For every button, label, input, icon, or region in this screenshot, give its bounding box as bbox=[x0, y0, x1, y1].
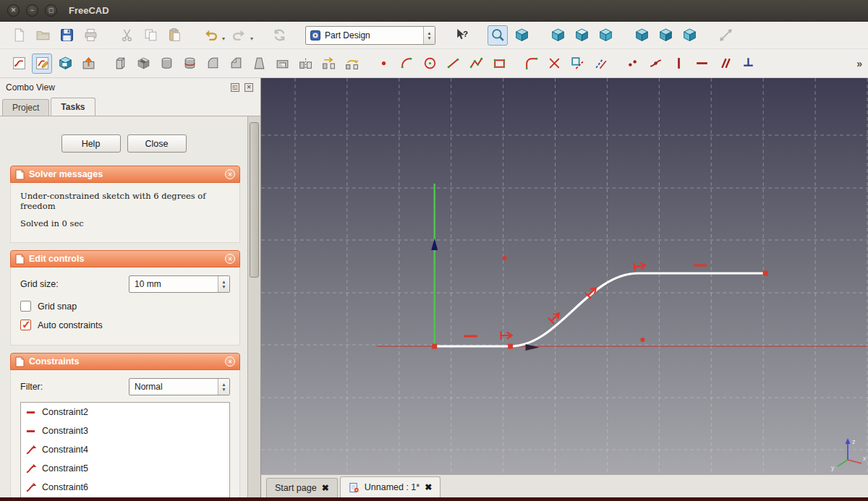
measure-distance-button[interactable] bbox=[715, 25, 736, 46]
create-sketch-button[interactable] bbox=[9, 53, 29, 74]
edit-controls-header[interactable]: Edit controls ✕ bbox=[10, 250, 240, 267]
pad-button[interactable] bbox=[110, 53, 130, 74]
redo-dropdown-arrow[interactable]: ▾ bbox=[250, 35, 253, 42]
grid-snap-box[interactable] bbox=[20, 301, 31, 312]
sketch-circle-button[interactable] bbox=[420, 53, 440, 74]
copy-button[interactable] bbox=[140, 25, 161, 46]
axonometric-view-button[interactable] bbox=[511, 25, 532, 46]
close-tab-icon[interactable]: ✖ bbox=[322, 483, 329, 493]
draft-button[interactable] bbox=[249, 53, 269, 74]
validate-sketch-button[interactable] bbox=[78, 53, 98, 74]
sketch-rectangle-button[interactable] bbox=[489, 53, 509, 74]
collapse-section-icon[interactable]: ✕ bbox=[225, 254, 235, 264]
construction-mode-button[interactable] bbox=[590, 53, 610, 74]
groove-button[interactable] bbox=[179, 53, 200, 74]
help-button[interactable]: Help bbox=[61, 134, 121, 153]
list-item[interactable]: Constraint7 bbox=[21, 497, 229, 497]
save-button[interactable] bbox=[56, 25, 77, 46]
right-view-button[interactable] bbox=[595, 25, 616, 46]
toolbar-overflow-chevron[interactable]: » bbox=[856, 58, 862, 69]
print-button[interactable] bbox=[80, 25, 101, 46]
constraints-header[interactable]: Constraints ✕ bbox=[10, 353, 240, 370]
sketch-canvas[interactable]: z x y bbox=[261, 78, 868, 474]
list-item[interactable]: Constraint6 bbox=[21, 478, 229, 497]
list-item[interactable]: Constraint5 bbox=[21, 459, 229, 478]
list-item[interactable]: Constraint3 bbox=[21, 421, 229, 440]
sketch-polyline-button[interactable] bbox=[466, 53, 486, 74]
sketch-point-button[interactable] bbox=[373, 53, 393, 74]
mirrored-button[interactable] bbox=[295, 53, 315, 74]
top-view-button[interactable] bbox=[571, 25, 592, 46]
list-item[interactable]: Constraint2 bbox=[21, 403, 229, 421]
close-panel-icon[interactable]: ✕ bbox=[244, 83, 253, 92]
front-view-button[interactable] bbox=[548, 25, 568, 46]
constraint-point-marker[interactable] bbox=[640, 338, 644, 342]
external-geometry-button[interactable] bbox=[567, 53, 587, 74]
redo-button[interactable] bbox=[229, 25, 249, 46]
scrollbar-thumb[interactable] bbox=[250, 122, 259, 278]
minimize-window-button[interactable]: − bbox=[26, 4, 38, 17]
constrain-horizontal-button[interactable] bbox=[692, 53, 712, 74]
map-sketch-button[interactable] bbox=[55, 53, 75, 74]
edit-sketch-button[interactable] bbox=[32, 53, 52, 74]
collapse-section-icon[interactable]: ✕ bbox=[225, 356, 235, 367]
revolution-button[interactable] bbox=[156, 53, 176, 74]
new-document-button[interactable] bbox=[9, 25, 29, 46]
close-task-button[interactable]: Close bbox=[127, 134, 187, 153]
constrain-point-on-object-button[interactable] bbox=[645, 53, 665, 74]
sketch-origin-point[interactable] bbox=[432, 344, 437, 349]
close-window-button[interactable]: ✕ bbox=[7, 4, 20, 17]
open-document-button[interactable] bbox=[33, 25, 53, 46]
undo-button[interactable] bbox=[200, 25, 221, 46]
sketch-line-button[interactable] bbox=[443, 53, 463, 74]
whats-this-button[interactable]: ? bbox=[451, 25, 472, 46]
undo-dropdown-arrow[interactable]: ▾ bbox=[222, 35, 225, 42]
collapse-section-icon[interactable]: ✕ bbox=[225, 169, 235, 179]
filter-spinner[interactable]: ▲▼ bbox=[218, 379, 229, 395]
linear-pattern-button[interactable] bbox=[318, 53, 339, 74]
3d-viewport[interactable]: z x y bbox=[260, 78, 868, 474]
auto-constraints-box[interactable] bbox=[20, 320, 31, 330]
fillet-button[interactable] bbox=[203, 53, 223, 74]
close-tab-icon[interactable]: ✖ bbox=[425, 482, 432, 492]
tab-tasks[interactable]: Tasks bbox=[51, 98, 95, 116]
grid-size-spinbox[interactable]: 10 mm ▲▼ bbox=[129, 275, 230, 293]
constraint-point-marker[interactable] bbox=[503, 256, 507, 260]
bottom-view-button[interactable] bbox=[655, 25, 676, 46]
filter-dropdown[interactable]: Normal ▲▼ bbox=[129, 378, 230, 395]
workbench-selector-spinner[interactable]: ▲▼ bbox=[423, 27, 435, 44]
sketch-vertex-point[interactable] bbox=[508, 344, 513, 349]
cut-button[interactable] bbox=[116, 25, 137, 46]
combo-view-tabs: Project Tasks bbox=[2, 98, 97, 116]
grid-size-spinner[interactable]: ▲▼ bbox=[218, 276, 229, 292]
paste-button[interactable] bbox=[164, 25, 184, 46]
rear-view-button[interactable] bbox=[631, 25, 652, 46]
grid-snap-checkbox[interactable]: Grid snap bbox=[20, 301, 230, 312]
tab-project[interactable]: Project bbox=[2, 99, 49, 116]
solver-messages-header[interactable]: Solver messages ✕ bbox=[10, 166, 240, 183]
tab-start-page[interactable]: Start page ✖ bbox=[266, 478, 338, 497]
pocket-button[interactable] bbox=[133, 53, 153, 74]
constrain-vertical-button[interactable] bbox=[668, 53, 689, 74]
float-panel-icon[interactable]: ◱ bbox=[231, 83, 239, 92]
sketch-arc-button[interactable] bbox=[396, 53, 417, 74]
tasks-scrollbar[interactable] bbox=[247, 116, 260, 497]
sketch-fillet-button[interactable] bbox=[521, 53, 541, 74]
left-view-button[interactable] bbox=[679, 25, 699, 46]
polar-pattern-button[interactable] bbox=[341, 53, 362, 74]
constraints-title: Constraints bbox=[29, 356, 225, 367]
constrain-perpendicular-button[interactable] bbox=[738, 53, 758, 74]
thickness-button[interactable] bbox=[272, 53, 292, 74]
sketch-endpoint[interactable] bbox=[763, 271, 768, 276]
refresh-button[interactable] bbox=[269, 25, 289, 46]
workbench-selector[interactable]: Part Design ▲▼ bbox=[305, 26, 435, 45]
list-item[interactable]: Constraint4 bbox=[21, 440, 229, 459]
constrain-parallel-button[interactable] bbox=[715, 53, 735, 74]
chamfer-button[interactable] bbox=[226, 53, 246, 74]
fit-all-button[interactable] bbox=[488, 25, 508, 46]
maximize-window-button[interactable]: ◻ bbox=[45, 4, 57, 17]
auto-constraints-checkbox[interactable]: Auto constraints bbox=[20, 320, 230, 330]
constrain-coincident-button[interactable] bbox=[622, 53, 642, 74]
trim-edge-button[interactable] bbox=[544, 53, 564, 74]
tab-unnamed-document[interactable]: Unnamed : 1* ✖ bbox=[340, 476, 441, 497]
